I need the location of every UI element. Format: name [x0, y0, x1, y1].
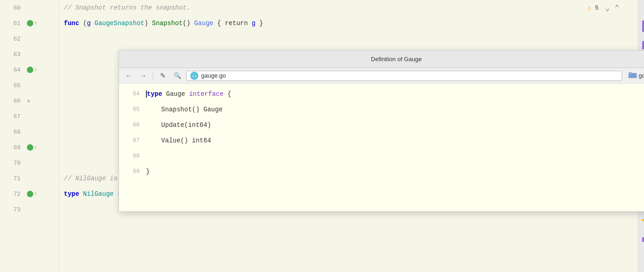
line-number: 71 [0, 175, 25, 182]
svg-point-4 [195, 75, 196, 76]
line-number: 68 [0, 129, 25, 136]
popup-line-number: 64 [125, 91, 146, 97]
green-badge [27, 191, 33, 197]
gutter-row-63: 63 [0, 47, 59, 62]
code-editor-area[interactable]: ⚠ 5 ⌄ ⌃ // Snapshot returns the snapshot… [59, 0, 644, 272]
code-text: GaugeSnapshot [94, 20, 144, 27]
popup-code-line-68: 68 [119, 148, 644, 164]
package-name: go-metrics [639, 72, 644, 79]
code-text: ( [79, 20, 87, 27]
back-button[interactable]: ← [123, 70, 135, 81]
popup-line-number: 66 [125, 122, 146, 128]
line-number: 73 [0, 206, 25, 213]
gutter-icons: ▲ [25, 98, 50, 104]
gutter-row-66: 66 ▲ [0, 93, 59, 109]
keyword-interface: interface [189, 90, 223, 98]
warning-bar: ⚠ 5 ⌄ ⌃ [587, 0, 638, 16]
popup-toolbar: ← → ✎ 🔍 [119, 68, 644, 84]
code-text: // Snapshot returns the snapshot. [64, 4, 190, 11]
code-line-61: func ( g GaugeSnapshot ) Snapshot () Gau… [59, 16, 644, 31]
code-text [79, 190, 83, 198]
gutter-row-70: 70 [0, 155, 59, 171]
line-number: 67 [0, 113, 25, 120]
code-text: Snapshot [152, 20, 182, 27]
code-text: } [255, 20, 263, 27]
line-number: 66 [0, 98, 25, 105]
code-text: ) [144, 20, 152, 27]
line-number: 69 [0, 144, 25, 151]
folder-icon [628, 72, 637, 79]
popup-line-number: 69 [125, 168, 146, 175]
keyword-type: type [64, 190, 79, 198]
gutter-row-68: 68 [0, 124, 59, 140]
popup-code-area: 64 type Gauge interface { 65 Snapshot() … [119, 84, 644, 211]
forward-button[interactable]: → [137, 70, 149, 81]
code-text: Snapshot() Gauge [146, 106, 223, 113]
green-badge [27, 20, 33, 26]
gutter-row-67: 67 [0, 109, 59, 124]
gutter-row-72: 72 ↑ [0, 186, 59, 202]
code-text: Value() int64 [146, 137, 211, 144]
gutter-icons: ↑ [25, 144, 50, 151]
keyword-type: type [147, 90, 162, 98]
search-icon: 🔍 [174, 72, 181, 79]
gutter-icons: ↑ [25, 20, 50, 26]
green-badge [27, 144, 33, 151]
code-text [114, 190, 117, 198]
nav-arrows: ⌄ ⌃ [605, 3, 619, 13]
line-number: 60 [0, 5, 25, 11]
warning-icon: ⚠ [587, 4, 591, 12]
keyword-func: func [64, 20, 79, 27]
popup-header: Definition of Gauge ◫ [119, 51, 644, 68]
nav-up-arrow[interactable]: ⌃ [614, 3, 619, 13]
code-text: () [182, 20, 194, 27]
gutter-row-69: 69 ↑ [0, 140, 59, 155]
code-text: Gauge [162, 90, 189, 98]
code-text: Gauge [194, 20, 213, 27]
editor-container: 60 61 ↑ 62 63 64 ↑ [0, 0, 644, 272]
up-arrow-badge: ↑ [34, 191, 37, 197]
gutter-row-71: 71 [0, 171, 59, 186]
popup-line-number: 67 [125, 137, 146, 144]
code-text: } [146, 168, 150, 175]
search-button[interactable]: 🔍 [171, 70, 183, 81]
up-arrow-badge: ↑ [34, 21, 37, 26]
popup-code-line-65: 65 Snapshot() Gauge [119, 102, 644, 117]
gutter-icons: ↑ [25, 67, 50, 73]
line-number: 72 [0, 191, 25, 198]
code-line-62 [59, 31, 644, 47]
warning-count: 5 [595, 5, 599, 11]
svg-rect-6 [628, 72, 632, 74]
popup-title: Definition of Gauge [137, 56, 644, 63]
forward-icon: → [140, 72, 146, 79]
gutter-row-62: 62 [0, 31, 59, 47]
code-text: g [252, 20, 255, 27]
gutter-row-65: 65 [0, 78, 59, 93]
line-number-gutter: 60 61 ↑ 62 63 64 ↑ [0, 0, 59, 272]
line-number: 62 [0, 36, 25, 42]
back-icon: ← [125, 72, 132, 79]
code-text [91, 20, 94, 27]
gutter-row-61: 61 ↑ [0, 16, 59, 31]
gutter-row-73: 73 [0, 202, 59, 217]
line-number: 63 [0, 51, 25, 58]
gutter-icons: ↑ [25, 191, 50, 197]
popup-line-number: 68 [125, 153, 146, 159]
edit-icon: ✎ [160, 72, 166, 80]
green-badge [27, 67, 33, 73]
code-text: { [223, 90, 231, 98]
code-text: g [87, 20, 90, 27]
nav-down-arrow[interactable]: ⌄ [605, 3, 610, 13]
package-label: go-metrics [628, 72, 644, 79]
line-number: 70 [0, 160, 25, 167]
popup-line-number: 65 [125, 106, 146, 113]
line-number: 61 [0, 20, 25, 27]
popup-code-line-64: 64 type Gauge interface { [119, 86, 644, 102]
gutter-row-60: 60 [0, 0, 59, 16]
code-text: { return [213, 20, 252, 27]
code-text: NilGauge [83, 190, 114, 198]
edit-button[interactable]: ✎ [157, 70, 169, 81]
gutter-row-64: 64 ↑ [0, 62, 59, 78]
collapse-icon[interactable]: ▲ [27, 98, 30, 104]
popup-code-line-67: 67 Value() int64 [119, 133, 644, 148]
